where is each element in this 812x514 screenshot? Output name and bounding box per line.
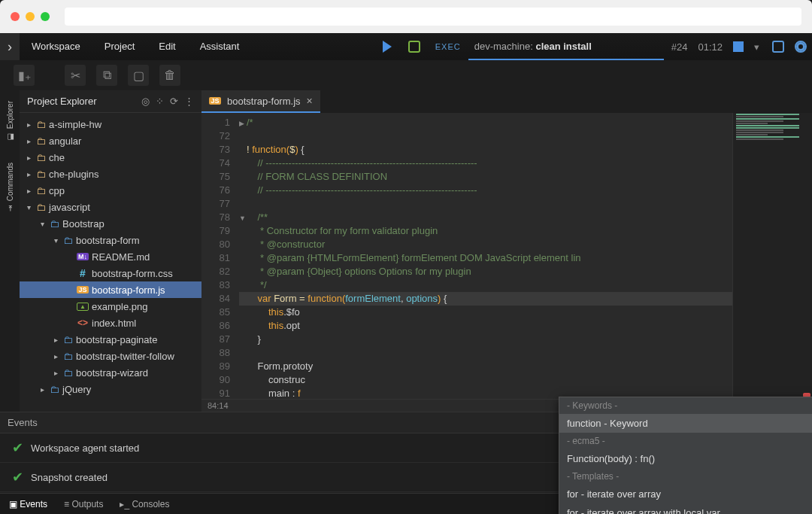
bug-icon: [408, 41, 420, 53]
tree-label: bootstrap-form.css: [92, 268, 173, 279]
tab-active[interactable]: JS bootstrap-form.js ×: [201, 90, 320, 113]
folder-icon: 🗀: [36, 169, 46, 180]
bottom-events[interactable]: ▣ Events: [9, 499, 47, 509]
ac-item[interactable]: function - Keyword: [559, 414, 812, 433]
chevron-icon: ▾: [51, 236, 60, 245]
tree-label: che: [49, 152, 65, 163]
link-icon[interactable]: ◎: [141, 96, 150, 107]
chevron-icon: ▸: [51, 369, 60, 377]
tree-item[interactable]: ▾🗀Bootstrap: [20, 215, 201, 232]
tree-item[interactable]: ▸🗀bootstrap-paginate: [20, 331, 201, 348]
expand-menu-button[interactable]: ›: [0, 33, 20, 60]
ac-item[interactable]: for - iterate over array: [559, 485, 812, 503]
folder-icon: 🗀: [36, 135, 46, 147]
chevron-icon: ▸: [24, 137, 33, 145]
exec-command[interactable]: dev-machine: clean install: [468, 33, 664, 60]
js-icon: JS: [77, 286, 89, 293]
copy-button[interactable]: ⧉: [96, 65, 117, 86]
url-bar[interactable]: [65, 8, 801, 26]
new-file-button[interactable]: ▮₊: [14, 65, 35, 86]
ac-item[interactable]: for - iterate over array with local var: [559, 503, 812, 514]
tree-item[interactable]: ▸🗀cpp: [20, 182, 201, 199]
tree-item[interactable]: ▸🗀che-plugins: [20, 166, 201, 182]
folder-icon: 🗀: [36, 119, 46, 130]
top-menubar: › WorkspaceProjectEditAssistant EXEC dev…: [0, 33, 812, 60]
chevron-icon: ▸: [24, 170, 33, 178]
tree-item[interactable]: M↓README.md: [20, 248, 201, 265]
tree-item[interactable]: #bootstrap-form.css: [20, 265, 201, 281]
menu-workspace[interactable]: Workspace: [20, 33, 92, 60]
ac-item[interactable]: Function(body) : fn(): [559, 449, 812, 468]
tree-label: bootstrap-wizard: [76, 367, 148, 379]
dropdown-icon[interactable]: ▾: [754, 41, 759, 53]
tree-item[interactable]: ▸🗀angular: [20, 132, 201, 149]
folder-icon: 🗀: [36, 152, 46, 163]
tab-bar: JS bootstrap-form.js ×: [201, 90, 812, 113]
refresh-icon[interactable]: ⟳: [170, 96, 178, 107]
remote-icon[interactable]: [767, 35, 789, 58]
collapse-icon[interactable]: ⁘: [156, 96, 164, 107]
side-rail: ◧ Explorer ⇥ Commands: [0, 90, 20, 412]
debug-button[interactable]: [401, 33, 428, 60]
tree-item[interactable]: ▸🗀che: [20, 149, 201, 166]
ac-group-label: - ecma5 -: [559, 433, 812, 449]
bottom-outputs[interactable]: ≡ Outputs: [64, 499, 103, 509]
html-icon: <>: [77, 318, 89, 328]
menu-project[interactable]: Project: [92, 33, 147, 60]
chevron-icon: ▸: [51, 336, 60, 344]
editor-area: JS bootstrap-form.js × 17273747576777879…: [201, 90, 812, 412]
tree-item[interactable]: ▸🗀a-simple-hw: [20, 116, 201, 132]
max-dot[interactable]: [41, 12, 50, 21]
folder-icon: 🗀: [63, 367, 73, 379]
md-icon: M↓: [77, 253, 89, 260]
tree-item[interactable]: ▾🗀javascript: [20, 199, 201, 215]
toolbar: ▮₊ ✂ ⧉ ▢ 🗑: [0, 60, 812, 90]
tree-item[interactable]: ▲example.png: [20, 298, 201, 315]
run-button[interactable]: [374, 33, 401, 60]
bottom-consoles[interactable]: ▸_ Consoles: [120, 499, 169, 509]
more-icon[interactable]: ⋮: [184, 96, 194, 107]
project-explorer: Project Explorer ◎ ⁘ ⟳ ⋮ ▸🗀a-simple-hw▸🗀…: [20, 90, 201, 412]
tree-label: angular: [49, 135, 81, 147]
js-icon: JS: [209, 97, 221, 105]
chevron-icon: ▸: [24, 154, 33, 162]
minimap[interactable]: [732, 113, 812, 399]
code-editor[interactable]: 1727374757677787980818283848586878889909…: [201, 113, 812, 399]
tree-label: jQuery: [62, 384, 91, 395]
fold-icon[interactable]: ▼: [239, 211, 247, 225]
tree-item[interactable]: ▸🗀jQuery: [20, 381, 201, 397]
tree-item[interactable]: ▸🗀bootstrap-twitter-follow: [20, 348, 201, 364]
folder-icon: 🗀: [50, 384, 59, 395]
menu-assistant[interactable]: Assistant: [188, 33, 252, 60]
folder-icon: 🗀: [50, 218, 59, 230]
paste-button[interactable]: ▢: [128, 65, 149, 86]
tree-item[interactable]: ▸🗀bootstrap-wizard: [20, 364, 201, 381]
exec-label: EXEC: [428, 42, 468, 51]
fold-icon[interactable]: ▶: [239, 117, 247, 130]
chevron-icon: ▸: [38, 385, 47, 394]
rail-commands[interactable]: ⇥ Commands: [6, 152, 14, 222]
tree-item[interactable]: JSbootstrap-form.js: [20, 281, 201, 298]
tree-label: index.html: [92, 318, 136, 329]
close-dot[interactable]: [11, 12, 20, 21]
tree-label: bootstrap-twitter-follow: [76, 351, 174, 362]
menu-edit[interactable]: Edit: [147, 33, 187, 60]
css-icon: #: [77, 267, 89, 279]
event-text: Snapshot created: [31, 472, 108, 483]
chevron-icon: ▸: [51, 352, 60, 360]
tree-item[interactable]: <>index.html: [20, 315, 201, 331]
min-dot[interactable]: [26, 12, 35, 21]
close-icon[interactable]: ×: [307, 95, 313, 107]
delete-button[interactable]: 🗑: [159, 65, 180, 86]
rail-explorer[interactable]: ◧ Explorer: [6, 90, 14, 152]
explorer-title: Project Explorer: [27, 96, 141, 107]
folder-icon: ◧: [6, 133, 14, 141]
event-text: Workspace agent started: [31, 443, 139, 454]
settings-icon[interactable]: [789, 35, 812, 58]
tree-label: bootstrap-form.js: [92, 284, 165, 296]
stop-button[interactable]: [733, 41, 744, 52]
autocomplete-popup[interactable]: - Keywords -function - Keyword- ecma5 -F…: [559, 397, 812, 514]
cut-button[interactable]: ✂: [65, 65, 86, 86]
commands-icon: ⇥: [6, 205, 14, 211]
tree-item[interactable]: ▾🗀bootstrap-form: [20, 232, 201, 248]
